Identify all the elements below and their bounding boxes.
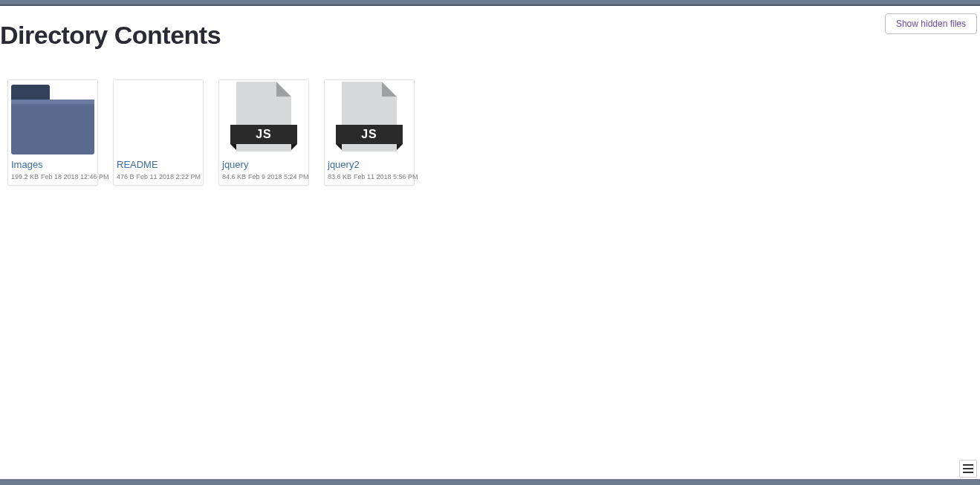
file-size: 199.2 KB [11, 173, 39, 180]
file-item-folder[interactable]: Images 199.2 KB Feb 18 2018 12:46 PM [7, 79, 98, 186]
file-name: README [114, 156, 203, 172]
file-date: Feb 18 2018 12:46 PM [41, 173, 109, 180]
file-size: 83.6 KB [328, 173, 351, 180]
file-item[interactable]: README 476 B Feb 11 2018 2:22 PM [113, 79, 204, 186]
file-meta: 476 B Feb 11 2018 2:22 PM [114, 172, 203, 185]
file-name: jquery [219, 156, 308, 172]
file-name: Images [8, 156, 97, 172]
hamburger-menu-icon[interactable] [959, 460, 977, 478]
file-date: Feb 11 2018 5:56 PM [354, 173, 418, 180]
file-item-js[interactable]: JS jquery 84.6 KB Feb 9 2018 5:24 PM [218, 79, 309, 186]
folder-icon [8, 80, 97, 156]
file-meta: 83.6 KB Feb 11 2018 5:56 PM [325, 172, 414, 185]
file-meta: 84.6 KB Feb 9 2018 5:24 PM [219, 172, 308, 185]
file-date: Feb 11 2018 2:22 PM [137, 173, 201, 180]
top-bar [0, 0, 980, 6]
bottom-bar [0, 479, 980, 485]
file-date: Feb 9 2018 5:24 PM [248, 173, 309, 180]
show-hidden-files-button[interactable]: Show hidden files [885, 13, 977, 34]
file-name: jquery2 [325, 156, 414, 172]
js-file-icon: JS [219, 80, 308, 156]
file-icon [114, 80, 203, 156]
header: Show hidden files Directory Contents [0, 6, 980, 57]
file-size: 476 B [117, 173, 134, 180]
file-item-js[interactable]: JS jquery2 83.6 KB Feb 11 2018 5:56 PM [324, 79, 415, 186]
js-file-icon: JS [325, 80, 414, 156]
file-meta: 199.2 KB Feb 18 2018 12:46 PM [8, 172, 97, 185]
page-title: Directory Contents [0, 6, 980, 57]
file-size: 84.6 KB [222, 173, 246, 180]
files-container: Images 199.2 KB Feb 18 2018 12:46 PM REA… [0, 57, 980, 186]
